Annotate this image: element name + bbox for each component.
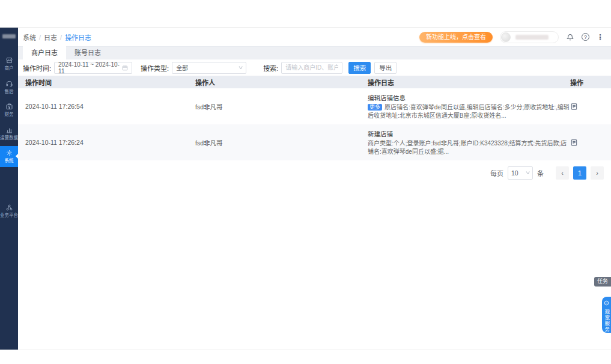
tab-account-log[interactable]: 账号日志 <box>66 46 109 59</box>
sidebar-item-finance[interactable]: 财务 <box>0 100 18 121</box>
help-icon[interactable]: ? <box>582 33 589 41</box>
cell-operator: fsd非凡哥 <box>195 102 368 111</box>
page-size-value: 10 <box>511 169 518 177</box>
sidebar-item-system[interactable]: 系统 <box>0 146 18 167</box>
sidebar-item-business-platform[interactable]: 业务平台 <box>0 201 18 222</box>
breadcrumb-operation-log: 操作日志 <box>65 32 91 42</box>
table-row: 2024-10-11 17:26:54 fsd非凡哥 编辑店铺信息 更多原店铺名… <box>18 88 611 124</box>
chevron-down-icon: ˅ <box>239 65 243 71</box>
sidebar-item-operations-data[interactable]: 运营数据 <box>0 123 18 144</box>
avatar <box>501 32 511 42</box>
sidebar-item-label: 财务 <box>5 112 14 117</box>
filter-bar: 操作时间: 2024-10-11 ~ 2024-10-11 操作类型: 全部 ˅… <box>18 59 611 76</box>
log-detail: 更多原店铺名:喜欢弹琴de同丘以盛,编辑后店铺名:多少分;原收货地址:,编辑后收… <box>368 103 570 120</box>
topbar-right: 新功能上线，点击查看 ? ⋮ <box>419 31 604 43</box>
sidebar: 商户 售后 财务 运营数据 系统 <box>0 28 18 350</box>
gear-icon <box>5 149 13 157</box>
calendar-icon <box>122 65 128 71</box>
table-header: 操作时间 操作人 操作日志 操作 <box>18 76 611 88</box>
breadcrumb-separator: / <box>60 34 62 41</box>
main-content: 系统 / 日志 / 操作日志 新功能上线，点击查看 ? ⋮ <box>18 28 611 350</box>
sidebar-nav: 商户 售后 财务 运营数据 系统 <box>0 53 18 221</box>
breadcrumb: 系统 / 日志 / 操作日志 <box>23 32 91 42</box>
page-size-select[interactable]: 10 ˅ <box>508 166 533 180</box>
more-tag[interactable]: 更多 <box>368 104 382 111</box>
operation-type-select[interactable]: 全部 ˅ <box>172 62 246 74</box>
page-1-button[interactable]: 1 <box>573 166 586 180</box>
log-tabs: 商户日志 账号日志 <box>18 46 611 59</box>
next-page-button[interactable]: › <box>591 166 604 180</box>
breadcrumb-separator: / <box>39 34 41 41</box>
task-float-tag[interactable]: 任务 <box>594 277 611 287</box>
notification-bell-icon[interactable] <box>566 33 574 41</box>
username-redacted <box>515 35 549 40</box>
customer-service-icon <box>604 297 609 308</box>
breadcrumb-system[interactable]: 系统 <box>23 32 36 42</box>
search-input[interactable] <box>281 62 342 74</box>
storefront-icon <box>5 56 13 64</box>
operation-log-table: 操作时间 操作人 操作日志 操作 2024-10-11 17:26:54 fsd… <box>18 76 611 160</box>
cell-log: 编辑店铺信息 更多原店铺名:喜欢弹琴de同丘以盛,编辑后店铺名:多少分;原收货地… <box>368 93 570 120</box>
operation-type-value: 全部 <box>176 63 188 72</box>
date-range-value: 2024-10-11 ~ 2024-10-11 <box>58 61 122 74</box>
col-operation-log: 操作日志 <box>368 77 570 87</box>
sidebar-item-label: 商户 <box>5 66 14 71</box>
tab-merchant-log[interactable]: 商户日志 <box>23 46 66 59</box>
col-operation-time: 操作时间 <box>25 77 195 87</box>
export-button[interactable]: 导出 <box>374 62 397 74</box>
bar-chart-icon <box>5 126 13 134</box>
search-label: 搜索: <box>263 63 278 73</box>
view-detail-icon[interactable] <box>570 139 578 147</box>
top-bar: 系统 / 日志 / 操作日志 新功能上线，点击查看 ? ⋮ <box>18 28 611 46</box>
time-filter-label: 操作时间: <box>23 63 51 73</box>
log-title: 新建店铺 <box>368 129 570 138</box>
pagination: 每页 10 ˅ 条 ‹ 1 › <box>18 160 611 180</box>
cell-time: 2024-10-11 17:26:54 <box>25 103 195 110</box>
app-logo <box>2 32 16 40</box>
cell-operator: fsd非凡哥 <box>195 138 368 147</box>
col-operator: 操作人 <box>195 77 368 87</box>
sidebar-item-merchant[interactable]: 商户 <box>0 53 18 74</box>
cell-action <box>570 139 606 147</box>
date-range-picker[interactable]: 2024-10-11 ~ 2024-10-11 <box>54 62 132 74</box>
prev-page-button[interactable]: ‹ <box>556 166 569 180</box>
cell-time: 2024-10-11 17:26:24 <box>25 139 195 146</box>
app-window: 商户 售后 财务 运营数据 系统 <box>0 27 611 350</box>
sidebar-spacer <box>0 169 18 198</box>
type-filter-label: 操作类型: <box>141 63 169 73</box>
breadcrumb-log[interactable]: 日志 <box>44 32 57 42</box>
log-title: 编辑店铺信息 <box>368 93 570 102</box>
unit-label: 条 <box>537 168 544 178</box>
sidebar-item-label: 售后 <box>5 89 14 94</box>
sidebar-item-aftersale[interactable]: 售后 <box>0 77 18 98</box>
per-page-label: 每页 <box>490 168 503 178</box>
customer-service-float-tab[interactable]: 观宽服务 <box>602 297 611 333</box>
sidebar-item-label: 业务平台 <box>0 213 18 218</box>
logo-text-blurred <box>2 34 16 38</box>
more-menu-icon[interactable]: ⋮ <box>597 34 604 41</box>
user-account-pill[interactable] <box>500 31 559 43</box>
col-action: 操作 <box>570 77 606 87</box>
log-detail: 商户类型:个人;登录账户:fsd非凡哥;账户ID:K3423328;结算方式:先… <box>368 139 570 156</box>
sidebar-item-label: 系统 <box>5 159 14 163</box>
page: 商户 售后 财务 运营数据 系统 <box>0 0 611 364</box>
cell-log: 新建店铺 商户类型:个人;登录账户:fsd非凡哥;账户ID:K3423328;结… <box>368 129 570 156</box>
service-tab-label: 观宽服务 <box>604 309 609 332</box>
cell-action <box>570 103 606 111</box>
chevron-down-icon: ˅ <box>526 170 530 176</box>
table-row: 2024-10-11 17:26:24 fsd非凡哥 新建店铺 商户类型:个人;… <box>18 124 611 160</box>
search-button[interactable]: 搜索 <box>348 62 371 74</box>
platform-nodes-icon <box>5 204 13 211</box>
new-feature-banner[interactable]: 新功能上线，点击查看 <box>419 32 493 43</box>
view-detail-icon[interactable] <box>570 103 578 111</box>
headset-icon <box>5 80 13 88</box>
finance-icon <box>5 103 13 111</box>
sidebar-item-label: 运营数据 <box>0 136 18 141</box>
